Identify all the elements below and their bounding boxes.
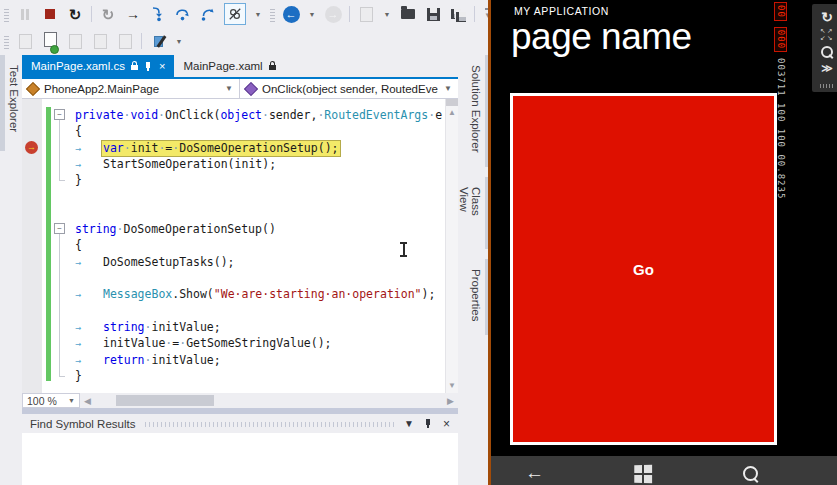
vertical-scrollbar[interactable]: ▲ ▼ — [445, 99, 458, 393]
save-button[interactable] — [424, 5, 442, 23]
visual-studio-window: ↻↻→▼←▼→▼▼▼ ▼ MainPage.xaml.cs × MainPage… — [0, 0, 490, 485]
pause-button[interactable] — [16, 5, 34, 23]
scroll-up-icon[interactable]: ▲ — [448, 108, 456, 117]
open-file-button[interactable] — [399, 5, 417, 23]
current-statement-highlight: var·init·=·DoSomeOperationSetup(); — [101, 140, 341, 157]
windows-phone-emulator: MY APPLICATION page name Go 00000003711 … — [488, 0, 837, 485]
restart-button[interactable]: ↻ — [66, 5, 84, 23]
emulator-fit-to-screen-icon[interactable]: ↖↗↙↘ — [819, 28, 835, 41]
tab-properties[interactable]: Properties — [460, 259, 490, 335]
chevron-down-icon: ▼ — [68, 397, 75, 404]
step-out-button[interactable] — [199, 5, 217, 23]
document-tab-strip: MainPage.xaml.cs × MainPage.xaml — [22, 55, 458, 77]
show-next-statement-button[interactable]: → — [124, 5, 142, 23]
attach-to-process-button[interactable] — [41, 32, 59, 50]
navigate-forward-button[interactable]: → — [324, 5, 342, 23]
separator — [91, 6, 92, 22]
panel-title: Find Symbol Results — [30, 418, 135, 430]
tab-test-explorer[interactable]: Test Explorer — [0, 55, 23, 151]
save-all-button[interactable] — [449, 5, 467, 23]
text-cursor — [399, 242, 408, 257]
tab-class-view[interactable]: Class View — [460, 177, 490, 249]
window-menu-icon[interactable]: ▼ — [404, 419, 414, 429]
phone-start-icon[interactable] — [634, 465, 652, 483]
pin-icon[interactable] — [424, 419, 433, 428]
toolbar-grip — [4, 34, 9, 49]
zoom-dropdown[interactable]: 100 % ▼ — [22, 393, 80, 408]
new-item-dropdown[interactable]: ▼ — [382, 5, 392, 23]
scrollbar-thumb[interactable] — [116, 395, 214, 406]
step-into-button[interactable] — [149, 5, 167, 23]
left-tool-rail: Test Explorer — [0, 55, 22, 485]
code-line-11 — [75, 270, 445, 286]
emulator-toolbar: ↻↖↗↙↘≫ — [812, 4, 837, 92]
new-item-button[interactable] — [357, 5, 375, 23]
page-title: page name — [511, 16, 692, 58]
navigate-backward-button[interactable]: ← — [282, 5, 300, 23]
emulator-toolbar-grip — [819, 79, 835, 92]
code-line-7 — [75, 205, 445, 221]
lock-icon — [269, 65, 276, 70]
build-tools-button[interactable] — [149, 32, 167, 50]
secondary-toolbar: ▼ — [0, 28, 494, 54]
pin-icon[interactable] — [144, 62, 153, 71]
apply-code-changes-button[interactable]: ↻ — [99, 5, 117, 23]
right-tool-rail: Solution Explorer Class View Properties — [460, 55, 490, 485]
tab-solution-explorer[interactable]: Solution Explorer — [460, 55, 490, 167]
tab-whitespace-glyph: → — [75, 320, 103, 336]
phone-navigation-bar: ← — [491, 456, 837, 485]
debug-toolbar: ↻↻→▼←▼→▼▼▼ — [0, 0, 494, 28]
lock-icon — [131, 65, 138, 70]
code-line-12: →MessageBox.Show("We·are·starting·an·ope… — [75, 286, 445, 302]
doc-copy-button[interactable] — [116, 32, 134, 50]
chevron-down-icon: ▼ — [444, 84, 452, 93]
emulator-rotate-icon[interactable]: ↻ — [819, 9, 835, 24]
member-dropdown[interactable]: OnClick(object sender, RoutedEve ▼ — [240, 79, 458, 98]
separator — [349, 6, 350, 22]
doc-forward-button[interactable] — [91, 32, 109, 50]
toolbar-options-dropdown[interactable]: ▼ — [174, 32, 184, 50]
code-text[interactable]: private·void·OnClick(object·sender,·Rout… — [22, 107, 445, 387]
tab-whitespace-glyph: → — [75, 157, 103, 173]
breakpoint-toggle-button[interactable] — [224, 3, 246, 25]
frame-rate-counters: 00000003711 100 100 00.8235 — [772, 2, 790, 380]
splitter-handle[interactable] — [446, 99, 458, 106]
frame-counter-value: 000 — [775, 27, 788, 52]
phone-back-icon[interactable]: ← — [525, 462, 544, 484]
tab-whitespace-glyph: → — [75, 353, 103, 369]
doc-back-button[interactable] — [66, 32, 84, 50]
type-dropdown-value: PhoneApp2.MainPage — [44, 83, 159, 95]
stop-debugging-button[interactable] — [41, 5, 59, 23]
scroll-left-icon[interactable]: ◀ — [80, 396, 95, 406]
code-line-14: →string·initValue; — [75, 319, 445, 335]
step-over-button[interactable] — [174, 5, 192, 23]
emulator-zoom-icon[interactable] — [819, 45, 835, 58]
tab-mainpage-xaml-cs[interactable]: MainPage.xaml.cs × — [22, 55, 174, 77]
close-icon[interactable]: × — [443, 418, 450, 430]
tab-whitespace-glyph: → — [75, 141, 103, 157]
type-dropdown[interactable]: PhoneApp2.MainPage ▼ — [22, 79, 240, 98]
drag-texture — [145, 422, 394, 427]
find-symbol-results-header[interactable]: Find Symbol Results ▼ × — [22, 414, 458, 433]
scroll-right-icon[interactable]: ▶ — [443, 396, 458, 406]
member-dropdown-value: OnClick(object sender, RoutedEve — [262, 83, 438, 95]
phone-search-icon[interactable] — [743, 466, 758, 481]
find-symbol-results-content[interactable] — [22, 433, 458, 485]
navigate-backward-dropdown[interactable]: ▼ — [307, 5, 317, 23]
screen: { "toolbar": { "row1": [ {"n":"toolbar-g… — [0, 0, 837, 485]
tab-whitespace-glyph: → — [75, 336, 103, 352]
frame-counter-values: 003711 100 100 00.8235 — [776, 58, 786, 199]
code-editor[interactable]: → −− private·void·OnClick(object·sender,… — [22, 99, 458, 393]
close-icon[interactable]: × — [159, 61, 165, 72]
navigate-doc-button[interactable] — [16, 32, 34, 50]
go-button[interactable]: Go — [510, 93, 777, 445]
debug-toolbar-options-dropdown[interactable]: ▼ — [253, 5, 263, 23]
zoom-value: 100 % — [27, 395, 57, 407]
horizontal-scrollbar[interactable] — [95, 393, 443, 408]
tab-label: MainPage.xaml — [183, 60, 262, 72]
frame-counter-value: 00 — [775, 2, 788, 21]
emulator-more-icon[interactable]: ≫ — [819, 62, 835, 75]
scroll-down-icon[interactable]: ▼ — [448, 381, 456, 390]
code-line-6 — [75, 189, 445, 205]
tab-mainpage-xaml[interactable]: MainPage.xaml — [174, 55, 284, 77]
